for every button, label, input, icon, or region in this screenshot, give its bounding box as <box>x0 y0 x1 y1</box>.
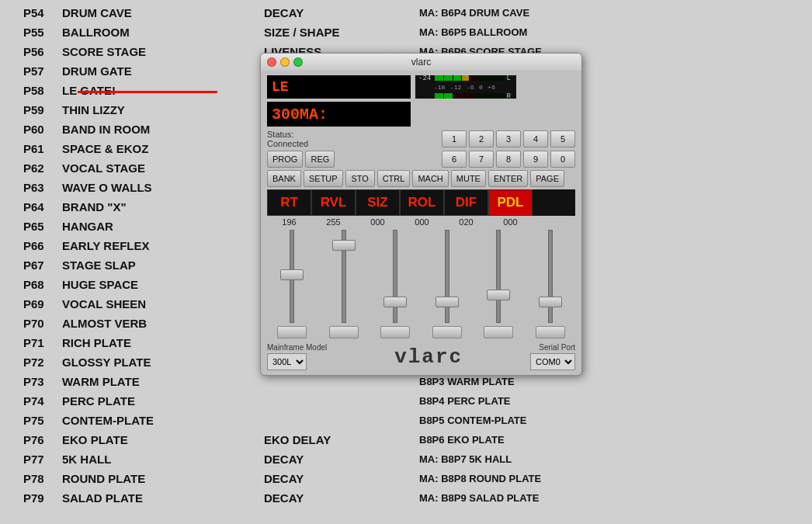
list-item[interactable]: P54 DRUM CAVE DECAY MA: B6P4 DRUM CAVE <box>0 3 812 23</box>
num-btn-2[interactable]: 2 <box>469 130 494 147</box>
ctrl-button[interactable]: CTRL <box>377 170 411 187</box>
row-name: ROUND PLATE <box>62 472 264 485</box>
fader-rvl-btn[interactable] <box>329 326 359 338</box>
fader-rvl-track[interactable] <box>342 230 346 323</box>
fader-rvl <box>324 230 364 338</box>
row-name: SALAD PLATE <box>62 491 264 505</box>
row-name: VOCAL STAGE <box>62 161 264 175</box>
list-item[interactable]: P55 BALLROOM SIZE / SHAPE MA: B6P5 BALLR… <box>0 23 812 42</box>
num-btn-4[interactable]: 4 <box>523 130 548 147</box>
fader-siz-handle[interactable] <box>383 297 407 307</box>
num-btn-1[interactable]: 1 <box>442 130 467 147</box>
prog-button[interactable]: PROG <box>267 151 303 168</box>
status-label: Status: <box>267 130 308 139</box>
fader-rt-btn[interactable] <box>277 326 307 338</box>
param-pdl: PDL <box>488 189 533 216</box>
fader-dif-btn[interactable] <box>484 326 513 338</box>
row-name: RICH PLATE <box>62 336 264 349</box>
mainframe-section: Mainframe Model 300L <box>267 343 327 370</box>
row-right: B8P3 WARM PLATE <box>419 376 812 387</box>
fader-rt-track[interactable] <box>290 230 294 323</box>
list-item[interactable]: P76 EKO PLATE EKO DELAY B8P6 EKO PLATE <box>0 430 812 449</box>
red-line-marker <box>78 91 217 93</box>
bottom-row: Mainframe Model 300L vlarc Serial Port C… <box>267 343 575 370</box>
list-item[interactable]: P74 PERC PLATE B8P4 PERC PLATE <box>0 391 812 411</box>
fader-rol-track[interactable] <box>445 230 449 323</box>
row-name: THIN LIZZY <box>62 103 264 116</box>
fader-dif-track[interactable] <box>496 230 501 323</box>
list-item[interactable]: P77 5K HALL DECAY MA: B8P7 5K HALL <box>0 449 812 469</box>
modal-title: vlarc <box>411 57 431 68</box>
maximize-button[interactable] <box>293 57 303 67</box>
fader-pdl-handle[interactable] <box>539 297 562 307</box>
fader-val-rol: 000 <box>400 217 444 227</box>
ctrl-row-2: BANK SETUP STO CTRL MACH MUTE ENTER PAGE <box>267 170 575 187</box>
mainframe-select[interactable]: 300L <box>267 353 307 370</box>
fader-rol <box>427 230 467 338</box>
setup-button[interactable]: SETUP <box>304 170 343 187</box>
row-right: B8P5 CONTEM-PLATE <box>419 415 812 426</box>
row-num: P75 <box>0 414 62 427</box>
row-right: MA: B8P9 SALAD PLATE <box>419 492 812 504</box>
num-btn-0[interactable]: 0 <box>550 151 575 168</box>
status-value: Connected <box>267 139 308 148</box>
enter-button[interactable]: ENTER <box>488 170 528 187</box>
list-item[interactable]: P78 ROUND PLATE DECAY MA: B8P8 ROUND PLA… <box>0 469 812 488</box>
fader-rol-handle[interactable] <box>435 297 459 307</box>
num-btn-9[interactable]: 9 <box>523 151 548 168</box>
row-name: WARM PLATE <box>62 375 264 388</box>
row-param: EKO DELAY <box>264 433 419 446</box>
num-btn-3[interactable]: 3 <box>496 130 521 147</box>
fader-val-rvl: 255 <box>311 217 356 227</box>
row-name: GLOSSY PLATE <box>62 356 264 369</box>
list-item[interactable]: P79 SALAD PLATE DECAY MA: B8P9 SALAD PLA… <box>0 488 812 508</box>
fader-rt-handle[interactable] <box>280 269 304 280</box>
num-btn-5[interactable]: 5 <box>550 130 575 147</box>
row-param: DECAY <box>264 453 419 466</box>
reg-button[interactable]: REG <box>305 151 335 168</box>
fader-pdl-btn[interactable] <box>536 326 565 338</box>
fader-siz-btn[interactable] <box>380 326 410 338</box>
row-name: HANGAR <box>62 220 264 233</box>
list-item[interactable]: P75 CONTEM-PLATE B8P5 CONTEM-PLATE <box>0 411 812 430</box>
serial-select[interactable]: COM0 <box>530 353 575 370</box>
modal-body: LE -24 L -18 <box>261 71 581 375</box>
fader-pdl-track[interactable] <box>548 230 553 323</box>
row-name: EARLY REFLEX <box>62 239 264 252</box>
num-btn-7[interactable]: 7 <box>469 151 494 168</box>
mach-button[interactable]: MACH <box>412 170 448 187</box>
row-num: P61 <box>0 142 62 155</box>
minimize-button[interactable] <box>280 57 290 67</box>
row-num: P77 <box>0 453 62 466</box>
num-btn-8[interactable]: 8 <box>496 151 521 168</box>
fader-rvl-handle[interactable] <box>332 240 356 251</box>
row-num: P58 <box>0 84 62 97</box>
serial-select-wrap: COM0 <box>530 353 575 370</box>
row-num: P72 <box>0 356 62 369</box>
param-rt: RT <box>267 189 311 216</box>
fader-rol-btn[interactable] <box>432 326 462 338</box>
sto-button[interactable]: STO <box>345 170 375 187</box>
numpad-row1: 1 2 3 4 5 <box>442 130 575 147</box>
row-name: BAND IN ROOM <box>62 123 264 136</box>
row-name: 5K HALL <box>62 453 264 466</box>
mute-button[interactable]: MUTE <box>451 170 486 187</box>
vlarc-logo: vlarc <box>394 345 463 369</box>
row-num: P62 <box>0 161 62 175</box>
prog-display-row: 300MA: <box>267 102 575 127</box>
serial-label: Serial Port <box>539 343 575 352</box>
page-button[interactable]: PAGE <box>530 170 564 187</box>
fader-siz-track[interactable] <box>393 230 397 323</box>
row-right: MA: B8P7 5K HALL <box>419 453 812 465</box>
row-num: P73 <box>0 375 62 388</box>
ctrl-numpad-row2: PROG REG 6 7 8 9 0 <box>267 151 575 168</box>
fader-dif-handle[interactable] <box>487 290 510 300</box>
close-button[interactable] <box>267 57 276 67</box>
row-name: CONTEM-PLATE <box>62 414 264 427</box>
row-num: P57 <box>0 64 62 78</box>
row-name: HUGE SPACE <box>62 278 264 291</box>
num-btn-6[interactable]: 6 <box>442 151 467 168</box>
row-name: BRAND "X" <box>62 200 264 213</box>
row-num: P78 <box>0 472 62 485</box>
bank-button[interactable]: BANK <box>267 170 301 187</box>
